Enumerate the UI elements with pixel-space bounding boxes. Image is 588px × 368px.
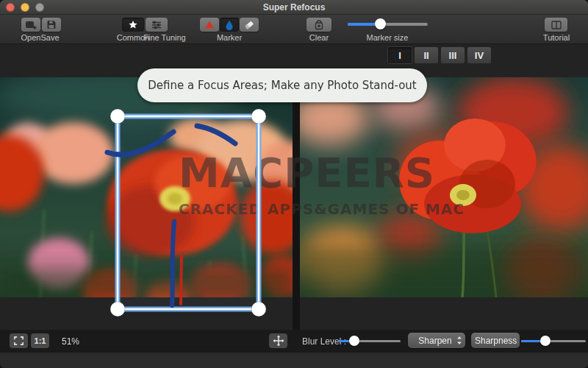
- save-button[interactable]: [42, 18, 61, 32]
- move-arrows-icon: [273, 335, 284, 347]
- fine-tuning-label: Fine Tuning: [141, 33, 188, 42]
- marker-label: Marker: [209, 33, 250, 42]
- blue-drop-marker-icon: [224, 20, 234, 30]
- save-label: Save: [37, 33, 63, 42]
- step-buttons: I II III IV: [387, 46, 492, 64]
- marker-focus-button[interactable]: [200, 18, 219, 32]
- common-mode-button[interactable]: [122, 18, 144, 32]
- slider-knob[interactable]: [375, 18, 386, 29]
- fine-tuning-button[interactable]: [146, 18, 168, 32]
- clear-label: Clear: [301, 33, 337, 42]
- eraser-icon: [243, 19, 255, 31]
- book-icon: [551, 20, 562, 30]
- open-button[interactable]: [21, 18, 40, 32]
- one-to-one-button[interactable]: 1:1: [31, 333, 49, 348]
- toolbar: [0, 15, 588, 44]
- window-title: Super Refocus: [0, 2, 588, 13]
- eraser-button[interactable]: [240, 18, 259, 32]
- slider-track[interactable]: [348, 23, 428, 26]
- slider-knob[interactable]: [540, 336, 551, 346]
- tune-sliders-icon: [151, 20, 162, 30]
- hint-tooltip: Define a Focus Areas; Make any Photo Sta…: [137, 68, 427, 102]
- step-button-2[interactable]: II: [414, 46, 439, 64]
- app-window: Super Refocus Open Save Common Fine Tuni…: [0, 0, 588, 368]
- sharpen-dropdown[interactable]: Sharpen: [408, 333, 465, 348]
- sharpness-dropdown[interactable]: Sharpness: [471, 333, 520, 348]
- sharpen-dropdown-value: Sharpen: [414, 336, 456, 346]
- chevron-up-down-icon: [456, 336, 462, 345]
- slider-track[interactable]: [521, 340, 586, 342]
- zoom-level-value: 51%: [62, 336, 79, 347]
- sharpness-slider[interactable]: [521, 336, 586, 347]
- step-button-3[interactable]: III: [440, 46, 465, 64]
- tutorial-label: Tutorial: [533, 33, 580, 42]
- clear-button[interactable]: [306, 18, 331, 32]
- red-marker-stroke: [181, 256, 182, 304]
- star-icon: [128, 20, 138, 30]
- fit-to-screen-button[interactable]: [10, 333, 28, 348]
- red-triangle-marker-icon: [204, 20, 215, 29]
- step-button-4[interactable]: IV: [467, 46, 492, 64]
- fit-screen-icon: [13, 336, 24, 346]
- window-footer: [0, 352, 588, 368]
- marker-size-label: Marker size: [358, 33, 417, 42]
- slider-track[interactable]: [338, 340, 401, 342]
- blur-level-slider[interactable]: [338, 336, 401, 347]
- slider-knob[interactable]: [349, 336, 359, 346]
- save-icon: [46, 20, 57, 29]
- marker-size-slider[interactable]: [348, 18, 428, 29]
- titlebar: Super Refocus: [0, 0, 588, 15]
- step-button-1[interactable]: I: [387, 46, 412, 64]
- focus-rect-glow: [118, 116, 259, 309]
- pan-tool-button[interactable]: [269, 333, 287, 348]
- focus-selection-overlay[interactable]: [0, 77, 293, 331]
- trash-icon: [313, 19, 325, 30]
- tutorial-button[interactable]: [545, 18, 567, 32]
- marker-background-button[interactable]: [220, 18, 239, 32]
- sharpness-dropdown-value: Sharpness: [475, 336, 517, 346]
- open-photo-icon: [25, 20, 37, 30]
